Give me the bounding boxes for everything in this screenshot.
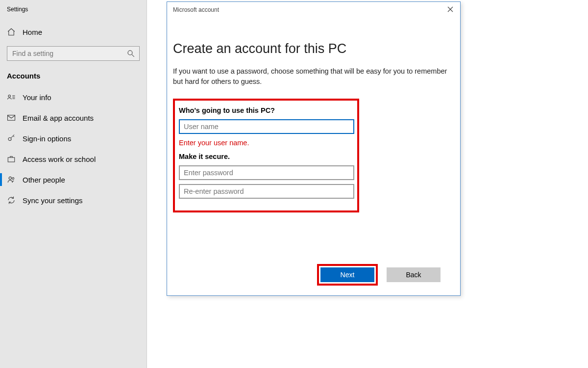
person-card-icon — [7, 93, 16, 102]
people-icon — [7, 175, 16, 184]
mail-icon — [7, 113, 16, 122]
dialog-window-title: Microsoft account — [173, 6, 219, 13]
home-icon — [7, 27, 16, 36]
close-icon — [447, 6, 453, 14]
svg-line-1 — [132, 54, 134, 57]
svg-point-9 — [9, 177, 11, 179]
svg-point-7 — [8, 138, 11, 141]
dialog-title: Create an account for this PC — [173, 41, 454, 56]
sidebar-item-home[interactable]: Home — [0, 16, 147, 46]
username-input[interactable] — [179, 119, 354, 134]
username-error: Enter your user name. — [179, 139, 349, 147]
key-icon — [7, 134, 16, 143]
svg-point-10 — [12, 178, 14, 180]
search-icon — [126, 49, 135, 58]
sidebar-item-your-info[interactable]: Your info — [0, 87, 147, 107]
dialog-description: If you want to use a password, choose so… — [173, 66, 447, 87]
secure-section-label: Make it secure. — [179, 153, 349, 160]
password-input[interactable] — [179, 165, 354, 180]
microsoft-account-dialog: Microsoft account Create an account for … — [167, 1, 461, 296]
sidebar-item-label: Sync your settings — [23, 196, 83, 205]
user-section-label: Who's going to use this PC? — [179, 106, 349, 114]
sidebar-item-label: Email & app accounts — [23, 114, 94, 122]
next-button-label: Next — [341, 271, 355, 279]
svg-point-2 — [8, 95, 11, 98]
search-input[interactable] — [11, 49, 111, 58]
sidebar-item-signin-options[interactable]: Sign-in options — [0, 128, 147, 149]
sidebar-section-heading: Accounts — [0, 72, 147, 87]
back-button-label: Back — [406, 271, 421, 279]
dialog-footer: Next Back — [317, 264, 441, 286]
sync-icon — [7, 196, 16, 205]
settings-sidebar: Settings Home Accounts Your info Email &… — [0, 0, 147, 368]
home-label: Home — [23, 28, 42, 36]
sidebar-item-sync[interactable]: Sync your settings — [0, 190, 147, 210]
password-confirm-input[interactable] — [179, 184, 354, 199]
next-button[interactable]: Next — [320, 267, 374, 282]
back-button[interactable]: Back — [387, 267, 441, 282]
search-input-container[interactable] — [7, 46, 140, 61]
sidebar-item-other-people[interactable]: Other people — [0, 169, 147, 190]
settings-app-title: Settings — [0, 0, 147, 16]
sidebar-item-email[interactable]: Email & app accounts — [0, 107, 147, 128]
close-button[interactable] — [445, 5, 455, 15]
briefcase-icon — [7, 155, 16, 163]
sidebar-item-label: Your info — [23, 93, 51, 102]
svg-rect-8 — [8, 158, 15, 162]
dialog-titlebar: Microsoft account — [167, 2, 460, 17]
sidebar-item-label: Sign-in options — [23, 134, 71, 143]
sidebar-item-label: Other people — [23, 176, 65, 184]
next-button-highlight: Next — [317, 264, 378, 286]
form-highlight-box: Who's going to use this PC? Enter your u… — [173, 99, 359, 212]
svg-point-0 — [128, 51, 132, 55]
sidebar-item-label: Access work or school — [23, 155, 96, 163]
svg-rect-6 — [8, 115, 15, 121]
sidebar-item-access-work[interactable]: Access work or school — [0, 149, 147, 169]
dialog-body: Create an account for this PC If you wan… — [167, 17, 460, 212]
